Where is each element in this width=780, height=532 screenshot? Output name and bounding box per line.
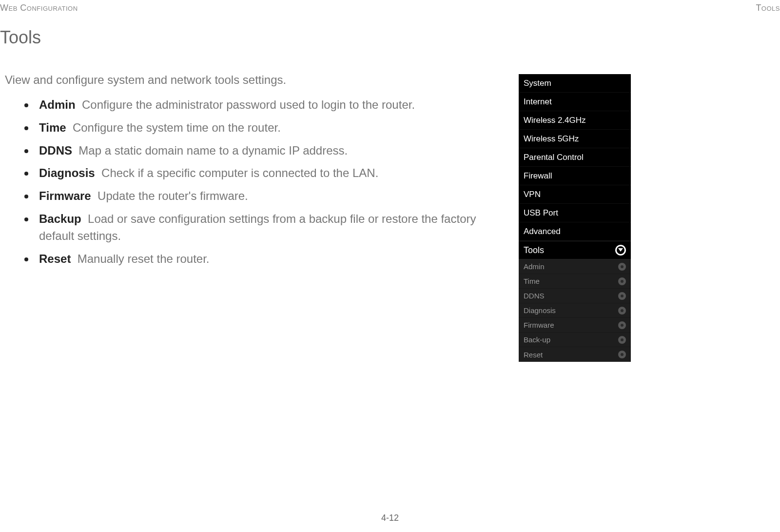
sidebar-menu: System Internet Wireless 2.4GHz Wireless… bbox=[519, 74, 631, 362]
list-item: Firmware Update the router's firmware. bbox=[24, 188, 502, 205]
sidebar-item-parental[interactable]: Parental Control bbox=[519, 148, 631, 167]
bullet-icon bbox=[24, 126, 28, 130]
bullet-label: Reset bbox=[39, 252, 71, 265]
sidebar-subitem-time[interactable]: Time bbox=[519, 274, 631, 289]
bullet-label: Firmware bbox=[39, 189, 91, 202]
bullet-label: DDNS bbox=[39, 144, 72, 157]
page-title: Tools bbox=[0, 27, 41, 48]
bullet-desc: Check if a specific computer is connecte… bbox=[101, 166, 378, 179]
dot-icon bbox=[618, 351, 626, 358]
bullet-icon bbox=[24, 172, 28, 176]
bullet-icon bbox=[24, 195, 28, 198]
bullet-desc: Configure the system time on the router. bbox=[73, 121, 281, 134]
sidebar-item-vpn[interactable]: VPN bbox=[519, 185, 631, 204]
header-left: Web Configuration bbox=[0, 3, 78, 13]
sidebar-subitem-admin[interactable]: Admin bbox=[519, 259, 631, 274]
sidebar-subitem-diagnosis[interactable]: Diagnosis bbox=[519, 303, 631, 318]
list-item: Time Configure the system time on the ro… bbox=[24, 119, 502, 137]
sidebar-item-wireless-5[interactable]: Wireless 5GHz bbox=[519, 130, 631, 148]
chevron-down-icon bbox=[615, 245, 626, 256]
sidebar-item-tools[interactable]: Tools bbox=[519, 241, 631, 259]
bullet-desc: Map a static domain name to a dynamic IP… bbox=[78, 144, 348, 157]
dot-icon bbox=[618, 307, 626, 315]
sidebar-item-system[interactable]: System bbox=[519, 74, 631, 93]
sidebar-item-usb[interactable]: USB Port bbox=[519, 204, 631, 222]
dot-icon bbox=[618, 263, 626, 271]
intro-text: View and configure system and network to… bbox=[5, 73, 286, 87]
list-item: Admin Configure the administrator passwo… bbox=[24, 97, 502, 114]
bullet-label: Backup bbox=[39, 212, 81, 225]
bullet-label: Time bbox=[39, 121, 66, 134]
list-item: Diagnosis Check if a specific computer i… bbox=[24, 165, 502, 182]
list-item: Backup Load or save configuration settin… bbox=[24, 211, 502, 245]
bullet-label: Diagnosis bbox=[39, 166, 95, 179]
bullet-desc: Manually reset the router. bbox=[78, 252, 210, 265]
bullet-list: Admin Configure the administrator passwo… bbox=[24, 91, 502, 267]
sidebar-subitem-ddns[interactable]: DDNS bbox=[519, 289, 631, 303]
page-number: 4-12 bbox=[381, 513, 399, 523]
bullet-desc: Load or save configuration settings from… bbox=[39, 212, 476, 242]
sidebar-item-wireless-24[interactable]: Wireless 2.4GHz bbox=[519, 111, 631, 130]
sidebar-item-internet[interactable]: Internet bbox=[519, 93, 631, 111]
sidebar-item-advanced[interactable]: Advanced bbox=[519, 222, 631, 241]
bullet-desc: Configure the administrator password use… bbox=[82, 98, 415, 111]
sidebar-subitem-reset[interactable]: Reset bbox=[519, 347, 631, 362]
sidebar-subitem-backup[interactable]: Back-up bbox=[519, 333, 631, 347]
list-item: DDNS Map a static domain name to a dynam… bbox=[24, 142, 502, 159]
header-right: Tools bbox=[756, 3, 780, 13]
list-item: Reset Manually reset the router. bbox=[24, 251, 502, 268]
dot-icon bbox=[618, 321, 626, 329]
bullet-icon bbox=[24, 149, 28, 153]
sidebar-subitem-firmware[interactable]: Firmware bbox=[519, 318, 631, 333]
bullet-icon bbox=[24, 217, 28, 221]
bullet-icon bbox=[24, 257, 28, 261]
bullet-desc: Update the router's firmware. bbox=[98, 189, 248, 202]
dot-icon bbox=[618, 277, 626, 285]
bullet-icon bbox=[24, 103, 28, 107]
dot-icon bbox=[618, 336, 626, 344]
bullet-label: Admin bbox=[39, 98, 76, 111]
dot-icon bbox=[618, 292, 626, 300]
sidebar-item-firewall[interactable]: Firewall bbox=[519, 167, 631, 185]
